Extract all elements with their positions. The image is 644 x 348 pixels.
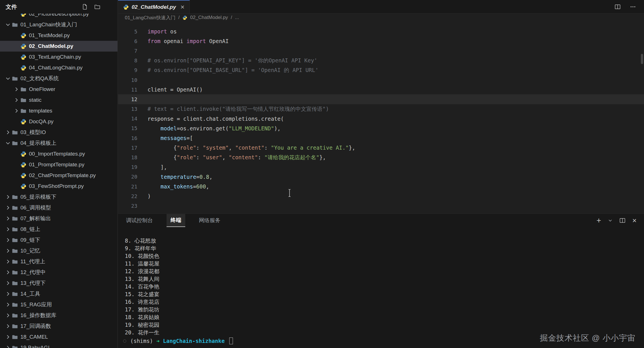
terminal[interactable]: 8. 心花怒放9. 花样年华10. 花颜悦色11. 温馨花屋12. 浪漫花都13… [118, 227, 644, 348]
editor-actions [614, 0, 644, 13]
tree-item[interactable]: 05_提示模板下 [0, 192, 117, 202]
folder-icon [11, 140, 18, 147]
tab-chatmodel[interactable]: 02_ChatModel.py × [118, 0, 190, 13]
terminal-output: 8. 心花怒放9. 花样年华10. 花颜悦色11. 温馨花屋12. 浪漫花都13… [125, 237, 644, 336]
chevron-down-icon[interactable] [5, 21, 11, 28]
tab-debug-console[interactable]: 调试控制台 [125, 214, 153, 227]
tree-item[interactable]: 01_PromptTemplate.py [0, 159, 117, 170]
tree-item[interactable]: 17_回调函数 [0, 321, 117, 332]
tree-item[interactable]: OneFlower [0, 84, 117, 95]
line-number: 19 [118, 164, 148, 170]
tree-item[interactable]: 04_ChatLongChain.py [0, 62, 117, 73]
folder-icon [11, 290, 18, 297]
chevron-right-icon[interactable] [5, 226, 11, 233]
new-folder-icon[interactable] [94, 3, 101, 10]
code-editor[interactable]: 5import os6from openai import OpenAI78# … [118, 22, 644, 213]
breadcrumb-separator: / [231, 15, 232, 20]
chevron-down-icon[interactable] [5, 140, 11, 147]
line-number: 18 [118, 154, 148, 160]
python-file-icon [182, 15, 187, 20]
breadcrumb-more[interactable]: ... [235, 15, 239, 20]
tree-item[interactable]: 08_链上 [0, 224, 117, 235]
terminal-cursor[interactable] [229, 338, 233, 344]
folder-icon [11, 312, 18, 319]
breadcrumb-folder[interactable]: 01_LangChain快速入门 [125, 14, 176, 21]
tree-item[interactable]: 10_记忆 [0, 245, 117, 256]
line-number: 8 [118, 58, 148, 63]
chevron-right-icon[interactable] [5, 301, 11, 308]
line-number: 23 [118, 203, 148, 209]
code-line: 8# os.environ["OPENAI_API_KEY"] = '你的Ope… [118, 56, 644, 65]
tree-item[interactable]: 03_模型IO [0, 127, 117, 138]
tree-item[interactable]: templates [0, 105, 117, 116]
terminal-dropdown-icon[interactable] [608, 218, 613, 223]
new-terminal-icon[interactable]: + [596, 217, 601, 224]
tab-network-service[interactable]: 网络服务 [198, 214, 221, 227]
tree-item[interactable]: 02_文档QA系统 [0, 73, 117, 84]
line-number: 12 [118, 96, 148, 102]
close-panel-icon[interactable]: × [632, 217, 637, 224]
split-terminal-icon[interactable] [619, 217, 626, 224]
tree-item[interactable]: DocQA.py [0, 116, 117, 127]
prompt-venv: (shims) [130, 338, 153, 344]
code-line: 21 max_tokens=600, [118, 182, 644, 191]
chevron-right-icon[interactable] [5, 204, 11, 211]
tree-item[interactable]: 14_工具 [0, 288, 117, 299]
tree-item[interactable]: 06_调用模型 [0, 202, 117, 213]
new-file-icon[interactable] [81, 3, 89, 10]
tree-item[interactable]: 15_RAG应用 [0, 299, 117, 310]
tree-item[interactable]: 11_代理上 [0, 256, 117, 267]
breadcrumb-file[interactable]: 02_ChatModel.py [190, 15, 228, 20]
tree-item[interactable]: 02_PictureDescription.py [0, 14, 117, 19]
chevron-right-icon[interactable] [5, 290, 11, 297]
chevron-right-icon[interactable] [5, 237, 11, 243]
tree-item[interactable]: 19 BabyAGI [0, 342, 117, 348]
tree-item[interactable]: 18_CAMEL [0, 332, 117, 342]
code-text: temperature=0.8, [148, 174, 212, 180]
split-editor-icon[interactable] [614, 3, 621, 10]
chevron-down-icon[interactable] [5, 75, 11, 82]
chevron-right-icon[interactable] [13, 86, 20, 93]
tree-item[interactable]: 16_操作数据库 [0, 310, 117, 321]
tree-item[interactable]: 04_提示模板上 [0, 138, 117, 148]
chevron-right-icon[interactable] [13, 107, 20, 114]
chevron-right-icon[interactable] [5, 269, 11, 276]
tree-item-label: 10_记忆 [20, 247, 40, 254]
tree-item-label: 04_ChatLongChain.py [29, 65, 83, 71]
tree-item[interactable]: 12_代理中 [0, 267, 117, 278]
tree-item-label: 03_模型IO [20, 129, 46, 136]
chevron-spacer [13, 118, 20, 125]
chevron-right-icon[interactable] [5, 194, 11, 200]
chevron-right-icon[interactable] [5, 215, 11, 222]
chevron-right-icon[interactable] [13, 97, 20, 103]
tree-item[interactable]: 03_FewShotPrompt.py [0, 181, 117, 192]
tree-item[interactable]: static [0, 95, 117, 105]
tree-item[interactable]: 01_TextModel.py [0, 30, 117, 41]
tab-close-icon[interactable]: × [180, 4, 184, 10]
chevron-right-icon[interactable] [5, 129, 11, 136]
chevron-right-icon[interactable] [5, 258, 11, 265]
chevron-right-icon[interactable] [5, 323, 11, 330]
tree-item[interactable]: 07_解析输出 [0, 213, 117, 224]
prompt-arrow-icon: ➜ [156, 338, 159, 344]
chevron-right-icon[interactable] [5, 312, 11, 319]
tree-item[interactable]: 03_TextLangChain.py [0, 52, 117, 62]
chevron-right-icon[interactable] [5, 344, 11, 348]
tree-item[interactable]: 02_ChatModel.py [0, 41, 117, 52]
python-file-icon [20, 32, 27, 39]
chevron-right-icon[interactable] [5, 280, 11, 287]
chevron-right-icon[interactable] [5, 334, 11, 340]
editor-scrollbar[interactable] [641, 54, 643, 64]
tree-item[interactable]: 02_ChatPromptTemplate.py [0, 170, 117, 181]
line-number: 21 [118, 184, 148, 190]
chevron-right-icon[interactable] [5, 247, 11, 254]
tab-terminal[interactable]: 终端 [167, 214, 185, 227]
tree-item[interactable]: 00_ImportTemplates.py [0, 148, 117, 159]
terminal-output-line: 14. 百花争艳 [125, 283, 644, 290]
tree-item[interactable]: 13_代理下 [0, 278, 117, 288]
code-line: 9# os.environ["OPENAI_BASE_URL"] = 'Open… [118, 65, 644, 75]
tree-item[interactable]: 01_LangChain快速入门 [0, 19, 117, 30]
more-actions-icon[interactable] [629, 3, 637, 10]
tree-item[interactable]: 09_链下 [0, 235, 117, 245]
code-text: {"role": "user", "content": "请给我的花店起个名"}… [148, 154, 326, 161]
